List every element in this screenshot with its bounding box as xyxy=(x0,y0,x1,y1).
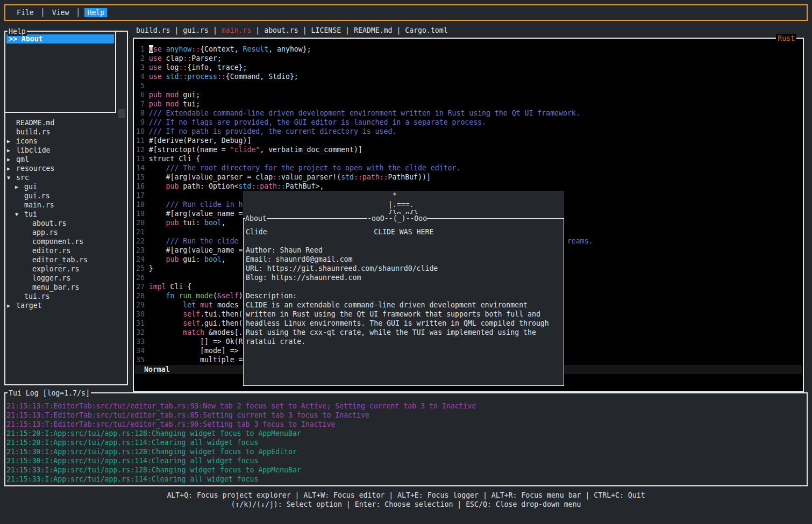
editor-tab-license[interactable]: LICENSE xyxy=(311,26,341,34)
line-number: 35 xyxy=(136,356,149,364)
tab-separator: | xyxy=(392,26,405,34)
file-tree: README.mdbuild.rs▶icons▶libclide▶qml▶res… xyxy=(5,118,127,310)
code-token: /// If no flags are provided, the GUI ed… xyxy=(149,118,486,126)
explorer-item-target[interactable]: ▶target xyxy=(5,301,127,310)
code-line-3[interactable]: 3 use log::{info, trace}; xyxy=(134,63,803,72)
log-entry: 21:15:30:I:App:src/tui/app.rs:128:Changi… xyxy=(6,447,806,456)
code-token: impl xyxy=(149,283,166,291)
code-token xyxy=(196,301,200,309)
log-entry: 21:15:13:T:EditorTab:src/tui/editor_tab.… xyxy=(6,411,806,420)
code-line-5[interactable]: 5 xyxy=(134,81,803,90)
line-number: 9 xyxy=(136,118,149,126)
explorer-item-build-rs[interactable]: build.rs xyxy=(5,127,127,137)
code-line-8[interactable]: 8 /// Extendable command-line driven dev… xyxy=(134,109,803,118)
code-token: , xyxy=(222,255,226,263)
explorer-item-tui-rs[interactable]: tui.rs xyxy=(5,292,127,301)
code-token: value_parser!( xyxy=(281,173,341,181)
code-token: :: xyxy=(273,173,281,181)
line-number: 30 xyxy=(136,310,149,318)
menu-item-view[interactable]: View xyxy=(49,8,72,17)
explorer-item-tui[interactable]: ▼tui xyxy=(5,210,127,219)
code-token: bool xyxy=(204,219,222,227)
code-token: ::path:: xyxy=(251,182,286,190)
explorer-item-label: editor.rs xyxy=(32,246,70,255)
code-token: std xyxy=(341,173,354,181)
editor-tab-build-rs[interactable]: build.rs xyxy=(136,26,170,34)
code-line-12[interactable]: 12 #[structopt(name = "clide", verbatim_… xyxy=(134,145,803,154)
explorer-item-label: editor_tab.rs xyxy=(32,255,88,264)
explorer-item-libclide[interactable]: ▶libclide xyxy=(5,146,127,155)
line-number: 13 xyxy=(136,155,149,163)
code-line-16[interactable]: 16 pub path: Option<std::path::PathBuf>, xyxy=(134,182,803,191)
code-line-13[interactable]: 13 struct Cli { xyxy=(134,154,803,163)
editor-tab-main-rs[interactable]: main.rs xyxy=(222,26,252,34)
code-line-2[interactable]: 2 use clap::Parser; xyxy=(134,54,803,63)
explorer-item-resources[interactable]: ▶resources xyxy=(5,164,127,173)
code-token: self xyxy=(183,310,200,318)
editor-tab-gui-rs[interactable]: gui.rs xyxy=(183,26,209,34)
code-line-7[interactable]: 7 pub mod tui; xyxy=(134,99,803,109)
line-number: 23 xyxy=(136,246,149,254)
cursor-block: u xyxy=(149,45,153,53)
ascii-art-banner: -ooO--(_)--Ooo xyxy=(367,214,427,223)
code-token xyxy=(162,45,166,53)
menu-bar[interactable]: File│View│Help xyxy=(4,4,808,21)
code-line-4[interactable]: 4 use std::process::{Command, Stdio}; xyxy=(134,72,803,81)
code-token: /// If no path is provided, the current … xyxy=(149,127,397,135)
chevron-collapsed-icon: ▶ xyxy=(7,137,10,146)
menu-item-file[interactable]: File xyxy=(14,8,37,17)
menu-item-help[interactable]: Help xyxy=(84,8,107,17)
code-line-1[interactable]: 1 use anyhow::{Context, Result, anyhow}; xyxy=(134,45,803,54)
code-token: pub mod xyxy=(149,91,179,99)
line-number: 5 xyxy=(136,82,149,90)
explorer-item-gui-rs[interactable]: gui.rs xyxy=(5,191,127,200)
menu-separator: │ xyxy=(76,8,80,17)
editor-tab-about-rs[interactable]: about.rs xyxy=(264,26,298,34)
code-token: mut xyxy=(200,301,213,309)
explorer-item-main-rs[interactable]: main.rs xyxy=(5,200,127,210)
code-token: :: xyxy=(191,45,200,53)
explorer-item-about-rs[interactable]: about.rs xyxy=(5,219,127,228)
chevron-collapsed-icon: ▶ xyxy=(7,155,10,164)
code-token: PathBuf>, xyxy=(286,182,324,190)
code-line-9[interactable]: 9 /// If no flags are provided, the GUI … xyxy=(134,118,803,127)
code-token: {Context, xyxy=(200,45,243,53)
explorer-item-qml[interactable]: ▶qml xyxy=(5,155,127,164)
explorer-item-label: target xyxy=(16,301,42,310)
code-line-15[interactable]: 15 #[arg(value_parser = clap::value_pars… xyxy=(134,173,803,182)
code-line-14[interactable]: 14 /// The root directory for the projec… xyxy=(134,163,803,173)
tui-log-panel[interactable]: Tui Log [log=1.7/s] 21:15:13:T:EditorTab… xyxy=(4,392,808,486)
explorer-item-app-rs[interactable]: app.rs xyxy=(5,228,127,237)
code-line-11[interactable]: 11 #[derive(Parser, Debug)] xyxy=(134,136,803,145)
log-entry: 21:15:30:I:App:src/tui/app.rs:114:Cleari… xyxy=(6,456,806,465)
code-line-10[interactable]: 10 /// If no path is provided, the curre… xyxy=(134,127,803,136)
explorer-item-explorer-rs[interactable]: explorer.rs xyxy=(5,264,127,274)
explorer-item-icons[interactable]: ▶icons xyxy=(5,137,127,146)
code-token: ( xyxy=(213,292,217,300)
explorer-item-component-rs[interactable]: component.rs xyxy=(5,237,127,246)
code-token: #[arg(value_parser = clap xyxy=(149,173,273,181)
editor-tab-readme-md[interactable]: README.md xyxy=(354,26,392,34)
code-token: path: Option< xyxy=(179,182,238,190)
explorer-item-logger-rs[interactable]: logger.rs xyxy=(5,274,127,283)
code-token: "clide" xyxy=(230,146,260,154)
explorer-item-label: tui.rs xyxy=(24,292,50,301)
explorer-item-editor-rs[interactable]: editor.rs xyxy=(5,246,127,255)
line-number: 10 xyxy=(136,127,149,135)
code-token: :: xyxy=(179,73,187,81)
code-line-6[interactable]: 6 pub mod gui; xyxy=(134,90,803,99)
code-token: modes xyxy=(213,301,239,309)
explorer-item-readme-md[interactable]: README.md xyxy=(5,118,127,127)
code-token: #[arg(value_name = xyxy=(149,246,243,254)
editor-tab-cargo-toml[interactable]: Cargo.toml xyxy=(405,26,447,34)
explorer-item-editor-tab-rs[interactable]: editor_tab.rs xyxy=(5,255,127,264)
code-token: tui: xyxy=(179,219,204,227)
explorer-item-gui[interactable]: ▶gui xyxy=(5,182,127,191)
keybinding-hints: ALT+Q: Focus project explorer | ALT+W: F… xyxy=(0,491,812,509)
editor-tab-bar[interactable]: build.rs | gui.rs | main.rs | about.rs |… xyxy=(136,26,448,35)
line-number: 19 xyxy=(136,210,149,218)
explorer-item-src[interactable]: ▼src xyxy=(5,173,127,182)
about-popup-title: About xyxy=(245,214,267,223)
explorer-item-menu-bar-rs[interactable]: menu_bar.rs xyxy=(5,283,127,292)
explorer-scrollbar-thumb[interactable] xyxy=(118,109,125,118)
